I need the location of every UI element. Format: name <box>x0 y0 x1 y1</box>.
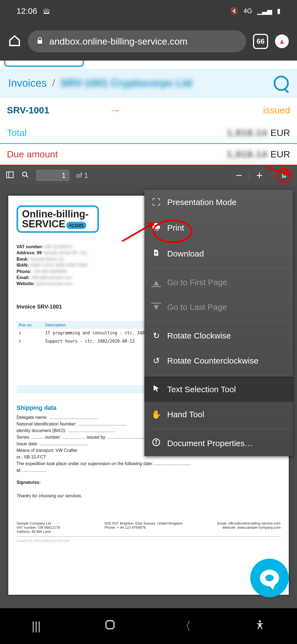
search-icon[interactable] <box>21 171 29 180</box>
total-amount: 1,918.14 <box>227 127 268 138</box>
hand-icon: ✋ <box>151 410 161 419</box>
print-icon <box>151 222 161 233</box>
battery-icon: ▮ <box>277 7 280 15</box>
due-row: Due amount 1,918.14 EUR <box>0 144 297 165</box>
cursor-icon <box>151 384 161 394</box>
svg-line-3 <box>26 176 28 178</box>
rotate-cw-icon: ↻ <box>151 331 161 340</box>
url-bar[interactable]: andbox.online-billing-service.com <box>28 30 246 52</box>
arrow-right-icon[interactable]: → <box>109 103 121 117</box>
android-nav-bar: ||| 〈 <box>0 608 297 644</box>
lock-icon <box>36 36 44 47</box>
menu-hand-tool[interactable]: ✋ Hand Tool <box>144 402 293 427</box>
recents-button[interactable]: ||| <box>32 620 41 633</box>
home-button[interactable] <box>104 619 116 634</box>
zoom-sep <box>249 171 249 180</box>
menu-print[interactable]: Print <box>144 215 293 241</box>
tab-count[interactable]: 66 <box>253 34 268 49</box>
menu-rotate-cw[interactable]: ↻ Rotate Clockwise <box>144 323 293 348</box>
clock: 12:06 <box>16 6 37 16</box>
pdf-tools-menu: ⛶ Presentation Mode Print Download ▲ Go … <box>144 190 293 456</box>
search-icon[interactable] <box>274 76 289 91</box>
signal-icon: ▁▃▅ <box>257 7 272 15</box>
zoom-out-icon[interactable]: − <box>236 169 242 182</box>
due-amount: 1,918.14 <box>227 149 268 160</box>
chat-icon <box>260 570 279 586</box>
info-icon <box>151 438 161 448</box>
menu-last-page[interactable]: ▼ Go to Last Page <box>144 295 293 320</box>
total-currency: EUR <box>270 127 290 138</box>
header-strip <box>0 61 297 69</box>
invoice-header-row: SRV-1001 → issued <box>0 98 297 122</box>
breadcrumb-sep: / <box>52 77 55 89</box>
menu-rotate-ccw[interactable]: ↺ Rotate Counterclockwise <box>144 348 293 373</box>
svg-point-2 <box>23 172 27 176</box>
breadcrumb: Invoices / SRV-1001 Cryptocorps Ltd <box>0 69 297 98</box>
breadcrumb-current: SRV-1001 Cryptocorps Ltd <box>61 77 192 89</box>
sidebar-toggle-icon[interactable] <box>6 170 14 180</box>
more-tools-icon[interactable]: » <box>276 168 292 183</box>
last-page-icon: ▼ <box>151 303 161 312</box>
svg-rect-7 <box>106 621 114 629</box>
menu-download[interactable]: Download <box>144 241 293 266</box>
invoice-status: issued <box>263 105 290 116</box>
total-row: Total 1,918.14 EUR <box>0 122 297 144</box>
pdf-toolbar: 1 of 1 − + » <box>0 165 297 185</box>
svg-point-8 <box>259 620 261 622</box>
page-input[interactable]: 1 <box>36 170 69 181</box>
first-page-icon: ▲ <box>151 278 161 287</box>
back-button[interactable]: 〈 <box>180 618 191 634</box>
rotate-ccw-icon: ↺ <box>151 356 161 365</box>
download-icon <box>151 249 161 259</box>
due-currency: EUR <box>270 149 290 160</box>
menu-text-tool[interactable]: Text Selection Tool <box>144 377 293 402</box>
logo: Online-billing- SERVICE•com <box>16 205 99 233</box>
menu-doc-props[interactable]: Document Properties… <box>144 430 293 456</box>
zoom-in-icon[interactable]: + <box>256 169 263 182</box>
accessibility-button[interactable] <box>254 620 265 633</box>
home-icon[interactable] <box>8 34 21 48</box>
doc-footer: Sample Company LtdVAT number: GB 0681227… <box>16 521 280 537</box>
browser-bar: andbox.online-billing-service.com 66 ▲ <box>0 22 297 61</box>
status-bar: 12:06 🛎 🔇 4G ▁▃▅ ▮ <box>0 0 297 22</box>
network-type: 4G <box>243 7 252 15</box>
invoice-id: SRV-1001 <box>7 105 49 116</box>
total-label: Total <box>7 127 27 138</box>
svg-rect-0 <box>7 172 13 178</box>
due-label: Due amount <box>7 149 58 160</box>
menu-presentation[interactable]: ⛶ Presentation Mode <box>144 190 293 215</box>
menu-first-page[interactable]: ▲ Go to First Page <box>144 270 293 295</box>
fullscreen-icon: ⛶ <box>151 198 161 207</box>
mute-icon: 🔇 <box>230 7 238 15</box>
chat-button[interactable] <box>250 559 289 597</box>
breadcrumb-invoices[interactable]: Invoices <box>8 77 46 89</box>
page-of: of 1 <box>76 171 88 180</box>
svg-point-6 <box>156 440 157 441</box>
app-indicator-icon: 🛎 <box>43 6 51 16</box>
update-icon[interactable]: ▲ <box>275 34 289 48</box>
url-text: andbox.online-billing-service.com <box>49 36 188 47</box>
